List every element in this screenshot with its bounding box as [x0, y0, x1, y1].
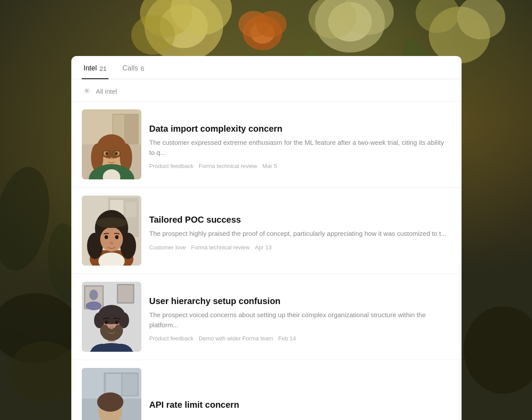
intel-item[interactable]: API rate limit concern: [71, 360, 462, 420]
intel-item[interactable]: Tailored POC success The prospect highly…: [71, 188, 462, 274]
avatar-image: [82, 282, 141, 352]
tab-calls-count: 6: [141, 65, 144, 72]
intel-title: User hierarchy setup confusion: [149, 295, 451, 307]
svg-point-20: [9, 341, 79, 402]
svg-point-78: [105, 321, 108, 324]
svg-point-21: [464, 306, 532, 394]
meta-date: Feb 14: [278, 335, 296, 342]
svg-rect-66: [118, 285, 133, 302]
svg-point-79: [115, 321, 119, 324]
tab-intel[interactable]: Intel 21: [82, 56, 108, 79]
svg-rect-28: [125, 115, 137, 143]
svg-point-76: [100, 325, 109, 337]
all-intel-filter[interactable]: ✳ All intel: [71, 79, 462, 102]
tab-calls-label: Calls: [122, 64, 138, 72]
svg-point-55: [100, 227, 123, 252]
svg-point-54: [120, 233, 136, 259]
svg-point-64: [86, 301, 102, 310]
avatar: [82, 282, 141, 352]
svg-point-53: [87, 233, 103, 259]
meta-tag: Product feedback: [149, 335, 193, 342]
svg-point-59: [96, 217, 127, 228]
tab-intel-label: Intel: [84, 64, 97, 72]
intel-title: Data import complexity concern: [149, 123, 451, 134]
intel-title: API rate limit concern: [149, 399, 451, 410]
svg-point-4: [131, 15, 175, 55]
meta-tag: Customer love: [149, 244, 186, 251]
svg-point-41: [115, 152, 118, 155]
meta-tag: Product feedback: [149, 163, 193, 169]
intel-snippet: The customer expressed extreme enthusias…: [149, 138, 451, 158]
svg-point-42: [110, 158, 113, 159]
intel-content: User hierarchy setup confusion The prosp…: [149, 282, 451, 352]
svg-point-57: [115, 235, 119, 239]
svg-point-80: [110, 326, 113, 329]
intel-content: Data import complexity concern The custo…: [149, 109, 451, 179]
intel-item[interactable]: User hierarchy setup confusion The prosp…: [71, 274, 462, 360]
intel-snippet: The prospect voiced concerns about setti…: [149, 310, 451, 330]
meta-tag: Demo with wider Forma team: [199, 335, 273, 342]
main-panel: Intel 21 Calls 6 ✳ All intel: [71, 56, 462, 420]
svg-point-58: [110, 242, 113, 244]
intel-list: Data import complexity concern The custo…: [71, 102, 462, 420]
intel-title: Tailored POC success: [149, 214, 451, 225]
svg-point-63: [89, 290, 98, 300]
svg-point-56: [105, 235, 108, 239]
meta-date: Apr 13: [255, 244, 271, 251]
tabs-header: Intel 21 Calls 6: [71, 56, 462, 79]
svg-point-77: [114, 325, 123, 337]
svg-point-8: [256, 11, 287, 37]
tab-intel-count: 21: [99, 65, 107, 72]
avatar-image: [82, 196, 141, 266]
svg-rect-85: [122, 374, 137, 395]
intel-content: Tailored POC success The prospect highly…: [149, 196, 451, 266]
meta-tag: Forma technical review: [199, 163, 257, 169]
intel-meta: Customer love Forma technical review Apr…: [149, 244, 451, 251]
all-intel-label: All intel: [96, 88, 117, 95]
svg-point-89: [97, 392, 123, 412]
avatar-image: [82, 368, 141, 420]
meta-tag: Forma technical review: [191, 244, 250, 251]
avatar: [82, 368, 141, 420]
tab-calls[interactable]: Calls 6: [121, 56, 146, 79]
avatar-image: [82, 109, 141, 179]
intel-meta: Product feedback Demo with wider Forma t…: [149, 335, 451, 342]
svg-point-40: [105, 152, 108, 155]
svg-rect-84: [106, 374, 121, 395]
meta-date: Mar 5: [262, 163, 277, 169]
intel-meta: Product feedback Forma technical review …: [149, 163, 451, 169]
svg-rect-48: [126, 202, 136, 217]
avatar: [82, 109, 141, 179]
intel-item[interactable]: Data import complexity concern The custo…: [71, 102, 462, 188]
asterisk-icon: ✳: [82, 86, 91, 96]
intel-snippet: The prospect highly praised the proof of…: [149, 229, 451, 239]
intel-content: API rate limit concern: [149, 368, 451, 420]
avatar: [82, 196, 141, 266]
